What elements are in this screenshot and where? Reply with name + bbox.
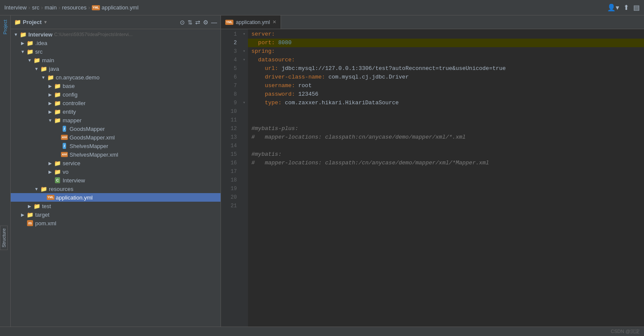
top-bar: Interview › src › main › resources › YML… xyxy=(0,0,644,15)
breadcrumb-interview[interactable]: Interview xyxy=(4,4,27,11)
list-item[interactable]: C Interview xyxy=(11,176,221,185)
list-item[interactable]: 📁 service xyxy=(11,159,221,167)
line-number: 13 xyxy=(224,133,237,142)
folder-icon: 📁 xyxy=(19,30,27,38)
settings-icon[interactable]: ⚙ xyxy=(203,19,209,26)
list-item[interactable]: I ShelvesMapper xyxy=(11,142,221,150)
list-item[interactable]: 📁 controller xyxy=(11,99,221,107)
fold-marker xyxy=(240,116,248,124)
arrow-right-icon xyxy=(47,161,54,166)
folder-icon: 📁 xyxy=(54,168,61,176)
arrow-down-icon xyxy=(33,187,40,191)
breadcrumb-src[interactable]: src xyxy=(32,4,39,11)
fold-marker[interactable]: ▾ xyxy=(240,99,248,107)
code-line: #mybatis-plus: xyxy=(248,124,644,133)
folder-icon: 📁 xyxy=(54,99,61,107)
code-line xyxy=(248,167,644,176)
yaml-text xyxy=(275,39,278,47)
list-item[interactable]: YML application.yml xyxy=(11,193,221,202)
tree-label: resources xyxy=(49,186,73,192)
list-item[interactable]: 📁 cn.anycase.demo xyxy=(11,73,221,82)
list-item[interactable]: 📁 config xyxy=(11,90,221,99)
arrow-right-icon xyxy=(19,41,26,45)
project-strip-tab[interactable]: Project xyxy=(2,18,9,36)
code-line: #mybatis: xyxy=(248,150,644,159)
yaml-value-number: 8080 xyxy=(278,39,291,47)
tree-label: .idea xyxy=(35,40,47,46)
tree-label: vo xyxy=(63,169,69,175)
code-line: username: root xyxy=(248,82,644,90)
fold-marker xyxy=(240,124,248,133)
line-number: 2 xyxy=(224,39,237,47)
list-item[interactable]: 📁 java xyxy=(11,64,221,73)
fold-marker[interactable]: ▾ xyxy=(240,56,248,64)
list-item[interactable]: 📁 target xyxy=(11,210,221,219)
list-item[interactable]: 📁 entity xyxy=(11,107,221,116)
upload-icon[interactable]: ⬆ xyxy=(623,3,629,12)
list-item[interactable]: xml GoodsMapper.xml xyxy=(11,133,221,142)
breadcrumb-file[interactable]: application.yml xyxy=(102,4,139,11)
breadcrumb-resources[interactable]: resources xyxy=(62,4,87,11)
tree-label: config xyxy=(63,91,78,98)
yaml-text xyxy=(251,99,265,107)
filter-icon[interactable]: ⇄ xyxy=(195,19,200,26)
tab-application-yml[interactable]: YML application.yml ✕ xyxy=(221,15,281,29)
tree-label: cn.anycase.demo xyxy=(56,74,100,81)
line-number: 17 xyxy=(224,167,237,176)
compass-icon[interactable]: ⊙ xyxy=(180,19,185,26)
folder-icon: 📁 xyxy=(54,116,61,124)
tree-label: java xyxy=(49,66,59,72)
folder-icon: 📁 xyxy=(14,19,21,25)
list-item[interactable]: I GoodsMapper xyxy=(11,124,221,133)
folder-icon: 📁 xyxy=(26,211,34,218)
fold-marker[interactable]: ▾ xyxy=(240,30,248,39)
yaml-text: com.mysql.cj.jdbc.Driver xyxy=(325,73,409,82)
list-item[interactable]: 📁 .idea xyxy=(11,39,221,47)
arrow-right-icon xyxy=(19,212,26,217)
yaml-key: spring: xyxy=(251,47,275,56)
list-item[interactable]: 📁 Interview C:\Users\59357\IdeaProjects\… xyxy=(11,30,221,39)
fold-marker xyxy=(240,107,248,116)
list-item[interactable]: 📁 src xyxy=(11,47,221,56)
sort-icon[interactable]: ⇅ xyxy=(187,19,193,26)
arrow-down-icon xyxy=(47,118,54,123)
code-line: url: jdbc:mysql://127.0.0.1:3306/test?au… xyxy=(248,64,644,73)
list-item[interactable]: 📁 main xyxy=(11,56,221,64)
tab-yml-badge: YML xyxy=(225,20,233,25)
list-item[interactable]: 📁 vo xyxy=(11,167,221,176)
fold-marker[interactable]: ▾ xyxy=(240,47,248,56)
panel-title-text: Project xyxy=(23,19,42,25)
line-number: 15 xyxy=(224,150,237,159)
list-item[interactable]: 📁 resources xyxy=(11,185,221,193)
dropdown-icon[interactable]: ▼ xyxy=(43,20,48,24)
tree-label: application.yml xyxy=(56,194,93,201)
line-number: 19 xyxy=(224,185,237,193)
list-item[interactable]: m pom.xml xyxy=(11,219,221,227)
yaml-key: port: xyxy=(258,39,275,47)
breadcrumb-sep-1: › xyxy=(28,4,30,11)
code-content[interactable]: server: port: 8080spring: datasource: ur… xyxy=(248,29,644,327)
minimize-icon[interactable]: — xyxy=(211,19,217,26)
line-numbers: 123456789101112131415161718192021 xyxy=(221,29,240,327)
yaml-text: com.zaxxer.hikari.HikariDataSource xyxy=(281,99,399,107)
arrow-down-icon xyxy=(33,67,40,71)
user-icon[interactable]: 👤▾ xyxy=(607,3,619,12)
structure-tab[interactable]: Structure xyxy=(0,226,8,250)
fold-marker xyxy=(240,185,248,193)
line-number: 18 xyxy=(224,176,237,185)
editor-tabs: YML application.yml ✕ xyxy=(221,15,644,29)
tree-label: controller xyxy=(63,100,85,106)
line-number: 6 xyxy=(224,73,237,82)
breadcrumb-main[interactable]: main xyxy=(45,4,57,11)
code-line: # mapper-locations: classpath:/cn/anycas… xyxy=(248,159,644,167)
yaml-key: username: xyxy=(265,82,295,90)
list-item[interactable]: 📁 test xyxy=(11,202,221,210)
list-item[interactable]: 📁 mapper xyxy=(11,116,221,124)
tab-close-icon[interactable]: ✕ xyxy=(272,19,276,25)
yaml-key: password: xyxy=(265,90,295,99)
arrow-right-icon xyxy=(47,109,54,114)
code-line: # mapper-locations: classpath:cn/anycase… xyxy=(248,133,644,142)
list-item[interactable]: xml ShelvesMapper.xml xyxy=(11,150,221,159)
list-item[interactable]: 📁 base xyxy=(11,82,221,90)
menu-icon[interactable]: ▤ xyxy=(633,3,640,12)
